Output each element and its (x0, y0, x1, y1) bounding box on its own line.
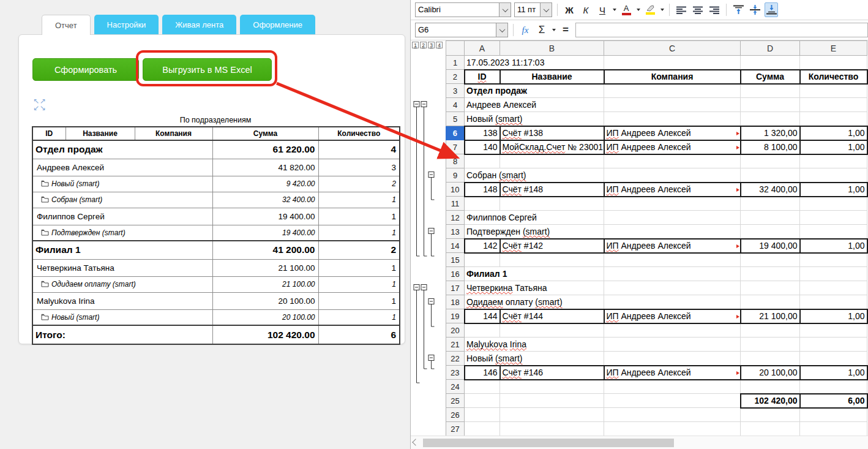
sheet-cell[interactable]: 140 (465, 140, 500, 154)
sheet-cell[interactable] (604, 154, 741, 168)
sheet-cell[interactable] (604, 422, 741, 436)
sheet-cell[interactable] (800, 422, 867, 436)
sheet-cell[interactable]: Новый (smart) (465, 112, 604, 126)
sheet-cell[interactable] (741, 211, 800, 225)
row-header[interactable]: 3 (446, 84, 465, 98)
sheet-cell[interactable]: 32 400,00 (741, 183, 800, 197)
sheet-cell[interactable] (741, 422, 800, 436)
sheet-cell[interactable]: 1,00 (800, 183, 867, 197)
row-header[interactable]: 24 (446, 380, 465, 394)
sheet-cell[interactable]: ИП Андреев Алексей (604, 126, 741, 140)
sheet-cell[interactable] (604, 394, 741, 408)
font-size-select[interactable]: 11 пт (514, 2, 552, 17)
sheet-cell[interactable]: Название (500, 70, 604, 84)
font-name-select[interactable]: Calibri (415, 2, 511, 17)
sheet-cell[interactable]: Филиппов Сергей (465, 211, 604, 225)
sheet-cell[interactable]: ИП Андреев Алексей (604, 366, 741, 380)
sheet-cell[interactable] (800, 338, 867, 352)
sheet-cell[interactable]: ИП Андреев Алексей (604, 239, 741, 253)
tab-live-feed[interactable]: Живая лента (162, 15, 236, 34)
sheet-cell[interactable]: Сумма (741, 70, 800, 84)
sheet-cell[interactable] (500, 154, 604, 168)
font-color-button[interactable]: A (619, 2, 633, 17)
align-left-button[interactable] (675, 2, 688, 17)
sheet-cell[interactable]: 17.05.2023 11:17:03 (465, 56, 604, 70)
row-header[interactable]: 15 (446, 253, 465, 267)
sheet-cell[interactable] (741, 338, 800, 352)
sheet-cell[interactable]: 1,00 (800, 140, 867, 154)
sheet-cell[interactable] (500, 197, 604, 211)
sheet-cell[interactable]: ИП Андреев Алексей (604, 140, 741, 154)
sheet-cell[interactable] (800, 197, 867, 211)
align-top-button[interactable] (731, 2, 745, 17)
sheet-cell[interactable] (741, 380, 800, 394)
expand-fullscreen-icon[interactable]: ↖↗↙↘ (33, 98, 49, 111)
sheet-cell[interactable] (500, 380, 604, 394)
align-bottom-button[interactable] (765, 2, 778, 17)
sheet-cell[interactable] (500, 394, 604, 408)
sheet-cell[interactable] (741, 225, 800, 239)
sheet-cell[interactable] (465, 422, 500, 436)
name-box[interactable]: G6 (415, 23, 508, 37)
row-header[interactable]: 16 (446, 267, 465, 281)
row-header[interactable]: 8 (446, 154, 465, 168)
row-header[interactable]: 20 (446, 323, 465, 338)
sheet-cell[interactable]: 21 100,00 (741, 309, 800, 323)
sheet-cell[interactable] (604, 380, 741, 394)
highlight-color-button[interactable] (643, 2, 657, 17)
font-color-dropdown-icon[interactable] (637, 9, 640, 11)
column-header-A[interactable]: A (465, 41, 500, 56)
sheet-cell[interactable] (800, 168, 867, 183)
chevron-down-icon[interactable] (499, 3, 511, 17)
sheet-cell-total-qty[interactable]: 6,00 (800, 394, 867, 408)
sheet-cell[interactable]: Компания (604, 70, 741, 84)
sheet-cell[interactable] (465, 323, 500, 338)
sheet-cell[interactable] (741, 281, 800, 295)
row-header[interactable]: 11 (446, 197, 465, 211)
sheet-cell-total-sum[interactable]: 102 420,00 (741, 394, 800, 408)
column-header-C[interactable]: C (604, 41, 741, 56)
sheet-cell[interactable] (604, 323, 741, 338)
align-middle-button[interactable] (748, 2, 761, 17)
sheet-cell[interactable]: Новый (smart) (465, 352, 604, 366)
row-header[interactable]: 23 (446, 366, 465, 380)
sheet-cell[interactable] (500, 323, 604, 338)
column-header-D[interactable]: D (741, 41, 800, 56)
row-header[interactable]: 13 (446, 225, 465, 239)
sheet-cell[interactable] (465, 197, 500, 211)
sheet-cell[interactable]: Счёт #142 (500, 239, 604, 253)
row-header[interactable]: 10 (446, 183, 465, 197)
corner-cell[interactable] (446, 41, 465, 56)
sheet-cell[interactable]: Одидаем оплату (smart) (465, 295, 604, 309)
sheet-cell[interactable]: 8 100,00 (741, 140, 800, 154)
sheet-cell[interactable] (800, 281, 867, 295)
align-center-button[interactable] (691, 2, 705, 17)
sheet-cell[interactable] (604, 168, 741, 183)
sheet-cell[interactable] (800, 253, 867, 267)
row-header[interactable]: 12 (446, 211, 465, 225)
align-right-button[interactable] (708, 2, 721, 17)
sheet-cell[interactable] (604, 408, 741, 422)
sheet-cell[interactable]: Счёт #144 (500, 309, 604, 323)
chevron-down-icon[interactable] (496, 23, 507, 37)
row-header[interactable]: 25 (446, 394, 465, 408)
sheet-cell[interactable] (465, 394, 500, 408)
sheet-cell[interactable]: 144 (465, 309, 500, 323)
sheet-cell[interactable] (800, 98, 867, 112)
row-header[interactable]: 5 (446, 112, 465, 126)
sheet-cell[interactable]: Подтвержден (smart) (465, 225, 604, 239)
sheet-cell[interactable] (741, 352, 800, 366)
row-header[interactable]: 7 (446, 140, 465, 154)
row-header[interactable]: 18 (446, 295, 465, 309)
row-header[interactable]: 27 (446, 422, 465, 436)
sheet-cell[interactable] (465, 154, 500, 168)
italic-button[interactable]: К (579, 2, 593, 17)
row-header[interactable]: 26 (446, 408, 465, 422)
sheet-cell[interactable] (465, 253, 500, 267)
sheet-cell[interactable]: ИП Андреев Алексей (604, 309, 741, 323)
sheet-cell[interactable] (800, 84, 867, 98)
sheet-cell[interactable] (604, 56, 741, 70)
sheet-cell[interactable] (800, 267, 867, 281)
formula-input[interactable] (575, 23, 868, 37)
sheet-cell[interactable] (800, 211, 867, 225)
